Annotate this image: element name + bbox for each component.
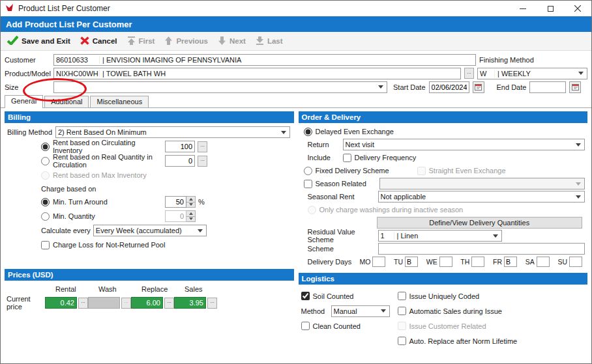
customer-field[interactable]: 86010633 | ENVISION IMAGING OF PENNSYLVA… xyxy=(53,54,476,66)
automatic-sales-checkbox[interactable]: Automatic Sales during Issue xyxy=(398,307,502,315)
min-turn-around-input[interactable] xyxy=(165,196,186,208)
min-turn-around-radio-input[interactable] xyxy=(41,198,50,206)
return-combo[interactable]: Next visit xyxy=(343,139,585,150)
delayed-even-exchange-radio[interactable]: Delayed Even Exchange xyxy=(304,128,394,136)
charge-loss-checkbox[interactable]: Charge Loss for Not-Returned Pool xyxy=(41,241,165,249)
sales-price-lookup-button[interactable]: ... xyxy=(207,298,217,309)
real-quantity-lookup-button[interactable]: ... xyxy=(198,156,207,167)
last-button[interactable]: Last xyxy=(253,35,289,48)
rent-max-inventory-radio[interactable]: Rent based on Max Inventory xyxy=(41,171,162,180)
soil-counted-label: Soil Counted xyxy=(313,292,354,300)
day-input-th[interactable] xyxy=(471,257,484,267)
method-value: Manual xyxy=(334,307,378,315)
residual-value-scheme-combo[interactable]: 1 | Linen xyxy=(378,230,502,242)
save-and-exit-button[interactable]: Save and Exit xyxy=(5,34,76,48)
day-input-fr[interactable] xyxy=(504,257,517,267)
issue-uniquely-coded-checkbox[interactable]: Issue Uniquely Coded xyxy=(398,292,480,300)
end-date-calendar-button[interactable] xyxy=(569,81,581,93)
fixed-delivery-scheme-radio-input[interactable] xyxy=(304,167,312,175)
auto-replace-checkbox[interactable]: Auto. Replace after Norm Lifetime xyxy=(398,337,518,345)
current-price-label: Current price xyxy=(5,295,45,311)
first-button[interactable]: First xyxy=(125,35,161,48)
min-quantity-radio-input[interactable] xyxy=(41,212,50,221)
rental-price-lookup-button[interactable]: ... xyxy=(78,298,88,309)
percent-label: % xyxy=(198,198,205,206)
soil-counted-checkbox[interactable]: Soil Counted xyxy=(301,292,354,300)
tab-miscellaneous[interactable]: Miscellaneous xyxy=(90,96,149,107)
start-date-calendar-button[interactable] xyxy=(473,81,484,93)
clean-counted-checkbox-input[interactable] xyxy=(301,322,310,330)
next-button[interactable]: Next xyxy=(215,35,252,48)
day-input-tu[interactable] xyxy=(405,257,418,267)
rent-real-quantity-radio-input[interactable] xyxy=(41,157,50,165)
season-related-combo xyxy=(379,178,585,189)
size-combo[interactable] xyxy=(53,81,387,93)
seasonal-rent-combo[interactable]: Not applicable xyxy=(378,191,585,203)
chevron-down-icon xyxy=(378,85,383,89)
charge-loss-row: Charge Loss for Not-Returned Pool xyxy=(5,238,294,252)
auto-replace-checkbox-input[interactable] xyxy=(398,337,406,345)
calculate-every-value: Every Week (accumulated) xyxy=(96,227,195,234)
automatic-sales-checkbox-input[interactable] xyxy=(398,307,406,315)
day-input-mo[interactable] xyxy=(372,257,385,267)
product-model-field[interactable]: NIXHC00WH | TOWEL BATH WH xyxy=(53,68,461,79)
replace-price-lookup-button[interactable]: ... xyxy=(164,298,174,309)
circulating-inventory-lookup-button[interactable]: ... xyxy=(198,141,207,152)
previous-button[interactable]: Previous xyxy=(162,35,214,48)
scheme-input[interactable] xyxy=(378,243,585,255)
product-lookup-button[interactable]: ... xyxy=(464,68,474,79)
maximize-button[interactable] xyxy=(537,1,564,16)
min-turn-around-spinner xyxy=(165,196,196,208)
min-turn-around-radio[interactable]: Min. Turn Around xyxy=(41,198,162,206)
wash-price-value xyxy=(88,297,120,309)
rent-circulating-radio-input[interactable] xyxy=(41,143,50,151)
delayed-even-exchange-radio-input[interactable] xyxy=(304,128,312,136)
method-label: Method xyxy=(301,307,331,315)
rent-real-quantity-radio[interactable]: Rent based on Real Quantity in Circulati… xyxy=(41,153,162,169)
billing-method-combo[interactable]: 2) Rent Based On Minimum xyxy=(55,126,290,138)
day-label-th: TH xyxy=(460,258,469,266)
day-input-su[interactable] xyxy=(569,257,582,267)
calculate-every-combo[interactable]: Every Week (accumulated) xyxy=(93,225,207,236)
issue-uniquely-coded-label: Issue Uniquely Coded xyxy=(409,292,480,300)
soil-counted-checkbox-input[interactable] xyxy=(301,292,310,300)
method-combo[interactable]: Manual xyxy=(331,305,390,317)
titlebar: Product List Per Customer xyxy=(1,1,591,16)
define-view-delivery-quantities-button[interactable]: Define/View Delivery Quantities xyxy=(377,217,583,229)
season-related-checkbox[interactable]: Season Related xyxy=(304,180,377,188)
spinner-down-button[interactable] xyxy=(186,203,196,208)
chevron-down-icon xyxy=(493,234,498,238)
season-related-checkbox-input[interactable] xyxy=(304,180,312,188)
minimize-button[interactable] xyxy=(509,1,537,16)
day-input-we[interactable] xyxy=(439,257,452,267)
tab-general[interactable]: General xyxy=(5,95,43,108)
rent-circulating-radio[interactable]: Rent based on Circulating Inventory xyxy=(41,139,162,154)
issue-uniquely-coded-checkbox-input[interactable] xyxy=(398,292,406,300)
charge-loss-checkbox-input[interactable] xyxy=(41,241,50,249)
day-input-sa[interactable] xyxy=(537,257,550,267)
return-row: Return Next visit xyxy=(299,138,588,151)
day-label-tu: TU xyxy=(394,258,403,266)
cancel-button[interactable]: Cancel xyxy=(78,35,123,48)
clean-counted-checkbox[interactable]: Clean Counted xyxy=(301,322,361,330)
delivery-frequency-checkbox[interactable]: Delivery Frequency xyxy=(343,154,417,162)
start-date-input[interactable] xyxy=(429,81,469,93)
save-check-icon xyxy=(7,36,18,46)
close-button[interactable] xyxy=(564,1,591,16)
min-quantity-radio[interactable]: Min. Quantity xyxy=(41,212,162,221)
finishing-method-combo[interactable]: W | WEEKLY xyxy=(477,68,587,79)
customer-code: 86010633 xyxy=(56,56,99,64)
circulating-inventory-input[interactable] xyxy=(165,141,195,152)
first-arrow-icon xyxy=(127,36,136,46)
only-charge-washings-radio: Only charge washings during inactive sea… xyxy=(308,206,464,214)
tab-additional[interactable]: Additional xyxy=(44,96,89,107)
fixed-delivery-scheme-radio[interactable]: Fixed Delivery Scheme xyxy=(304,167,415,175)
end-date-input[interactable] xyxy=(529,81,566,93)
delivery-frequency-checkbox-input[interactable] xyxy=(343,154,351,162)
real-quantity-input[interactable] xyxy=(165,155,195,167)
order-delivery-panel-title: Order & Delivery xyxy=(299,111,588,123)
seasonal-rent-label: Seasonal Rent xyxy=(308,193,376,201)
header-form: Customer 86010633 | ENVISION IMAGING OF … xyxy=(1,51,591,94)
spinner-up-button[interactable] xyxy=(186,196,196,203)
previous-label: Previous xyxy=(176,37,208,45)
